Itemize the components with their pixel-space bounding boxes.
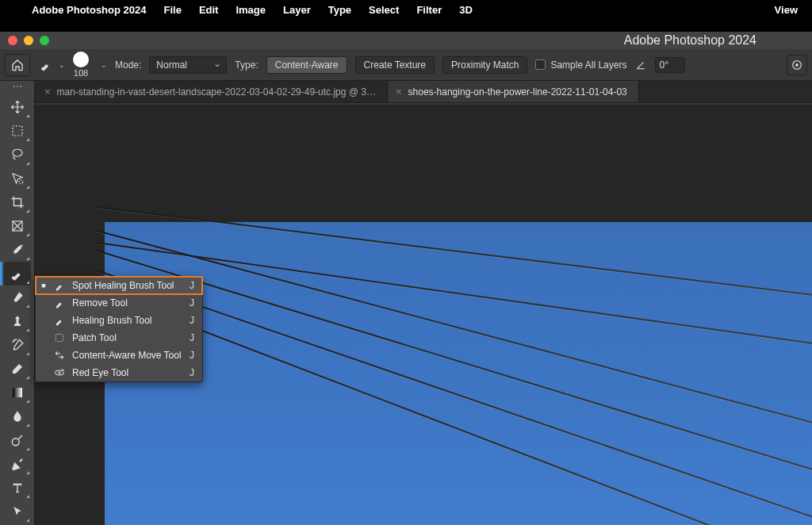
menu-filter[interactable]: Filter <box>416 4 442 16</box>
toolbox <box>0 81 35 525</box>
flyout-item-red-eye[interactable]: Red Eye Tool J <box>36 364 202 381</box>
brush-size-preview[interactable]: 108 <box>73 52 89 78</box>
remove-icon <box>53 297 66 308</box>
svg-point-3 <box>796 63 799 66</box>
menu-select[interactable]: Select <box>369 4 399 16</box>
window-close-button[interactable] <box>8 36 17 45</box>
chevron-down-icon[interactable]: ⌄ <box>101 61 107 69</box>
brush-size-value: 108 <box>74 68 88 78</box>
menu-view[interactable]: View <box>775 4 798 16</box>
brush-circle-icon <box>73 52 89 67</box>
svg-point-9 <box>11 276 14 279</box>
chevron-down-icon: ⌄ <box>59 61 65 69</box>
eye-plus-icon <box>53 367 66 378</box>
svg-rect-13 <box>56 302 62 308</box>
window-titlebar: Adobe Photoshop 2024 <box>0 32 812 49</box>
bandage-icon <box>53 315 66 326</box>
svg-rect-14 <box>56 320 62 326</box>
svg-point-1 <box>41 67 44 70</box>
window-minimize-button[interactable] <box>24 36 33 45</box>
move-tool[interactable] <box>4 95 31 119</box>
bandage-icon <box>53 280 66 291</box>
toolbox-handle[interactable] <box>6 86 29 90</box>
gradient-tool[interactable] <box>4 381 31 404</box>
pen-tool[interactable] <box>4 452 31 476</box>
document-tab-label: shoes-hanging-on-the-power-line-2022-11-… <box>408 86 627 98</box>
menu-file[interactable]: File <box>163 4 181 16</box>
menu-layer[interactable]: Layer <box>283 4 311 16</box>
angle-input[interactable]: 0° <box>655 57 685 73</box>
tool-flyout-menu: ■ Spot Healing Brush Tool J Remove Tool … <box>35 276 203 382</box>
sample-all-layers-label: Sample All Layers <box>550 59 626 71</box>
flyout-item-remove[interactable]: Remove Tool J <box>36 294 202 312</box>
type-label: Type: <box>235 59 258 71</box>
pressure-size-button[interactable] <box>787 55 807 75</box>
close-icon[interactable]: × <box>44 86 51 98</box>
svg-point-16 <box>56 370 64 375</box>
traffic-lights <box>8 36 49 45</box>
window-title: Adobe Photoshop 2024 <box>624 33 756 48</box>
type-proximity-match-button[interactable]: Proximity Match <box>442 56 527 74</box>
sample-all-layers-checkbox[interactable]: Sample All Layers <box>535 59 626 71</box>
flyout-item-content-aware-move[interactable]: Content-Aware Move Tool J <box>36 347 202 364</box>
mode-dropdown[interactable]: Normal <box>149 56 227 74</box>
eraser-tool[interactable] <box>4 357 31 381</box>
svg-point-6 <box>19 180 23 184</box>
svg-rect-12 <box>56 285 62 291</box>
lasso-tool[interactable] <box>4 143 31 167</box>
app-name[interactable]: Adobe Photoshop 2024 <box>32 4 146 16</box>
svg-rect-15 <box>56 334 63 341</box>
mode-value: Normal <box>156 59 187 71</box>
clone-stamp-tool[interactable] <box>4 309 31 333</box>
spot-healing-brush-tool[interactable] <box>4 262 31 285</box>
type-create-texture-button[interactable]: Create Texture <box>355 56 435 74</box>
svg-point-11 <box>12 439 19 446</box>
blur-tool[interactable] <box>4 404 31 428</box>
home-button[interactable] <box>5 54 30 76</box>
path-selection-tool[interactable] <box>4 500 31 523</box>
patch-icon <box>53 332 66 343</box>
move-arrows-icon <box>53 350 66 361</box>
marquee-tool[interactable] <box>4 119 31 143</box>
type-content-aware-button[interactable]: Content-Aware <box>266 56 347 74</box>
checkbox-icon <box>535 59 546 70</box>
menu-image[interactable]: Image <box>236 4 266 16</box>
crop-tool[interactable] <box>4 190 31 214</box>
menu-3d[interactable]: 3D <box>459 4 473 16</box>
app-window: Adobe Photoshop 2024 ⌄ 108 ⌄ Mode: Norma… <box>0 32 812 525</box>
brush-tool[interactable] <box>4 285 31 309</box>
type-tool[interactable] <box>4 476 31 500</box>
macos-menu-bar: Adobe Photoshop 2024 File Edit Image Lay… <box>0 0 812 19</box>
dodge-tool[interactable] <box>4 428 31 452</box>
mode-label: Mode: <box>115 59 141 71</box>
document-tab[interactable]: × man-standing-in-vast-desert-landscape-… <box>36 81 388 102</box>
document-tab[interactable]: × shoes-hanging-on-the-power-line-2022-1… <box>388 81 639 102</box>
window-maximize-button[interactable] <box>40 36 49 45</box>
eyedropper-tool[interactable] <box>4 238 31 262</box>
quick-selection-tool[interactable] <box>4 167 31 190</box>
document-tabs: × man-standing-in-vast-desert-landscape-… <box>0 81 812 103</box>
history-brush-tool[interactable] <box>4 333 31 357</box>
close-icon[interactable]: × <box>396 86 402 98</box>
svg-rect-4 <box>13 126 22 136</box>
canvas-image <box>105 222 812 525</box>
tool-preset-picker[interactable]: ⌄ <box>38 55 65 75</box>
menu-type[interactable]: Type <box>328 4 351 16</box>
frame-tool[interactable] <box>4 214 31 238</box>
document-tab-label: man-standing-in-vast-desert-landscape-20… <box>57 86 376 98</box>
flyout-item-patch[interactable]: Patch Tool J <box>36 329 202 347</box>
menu-edit[interactable]: Edit <box>199 4 219 16</box>
current-tool-indicator: ■ <box>40 282 47 289</box>
flyout-item-spot-healing[interactable]: ■ Spot Healing Brush Tool J <box>36 277 202 294</box>
svg-point-5 <box>13 149 22 156</box>
angle-icon <box>634 59 647 71</box>
svg-point-17 <box>59 372 60 374</box>
svg-rect-10 <box>13 388 22 397</box>
flyout-item-healing-brush[interactable]: Healing Brush Tool J <box>36 312 202 329</box>
options-bar: ⌄ 108 ⌄ Mode: Normal Type: Content-Aware… <box>0 49 812 81</box>
